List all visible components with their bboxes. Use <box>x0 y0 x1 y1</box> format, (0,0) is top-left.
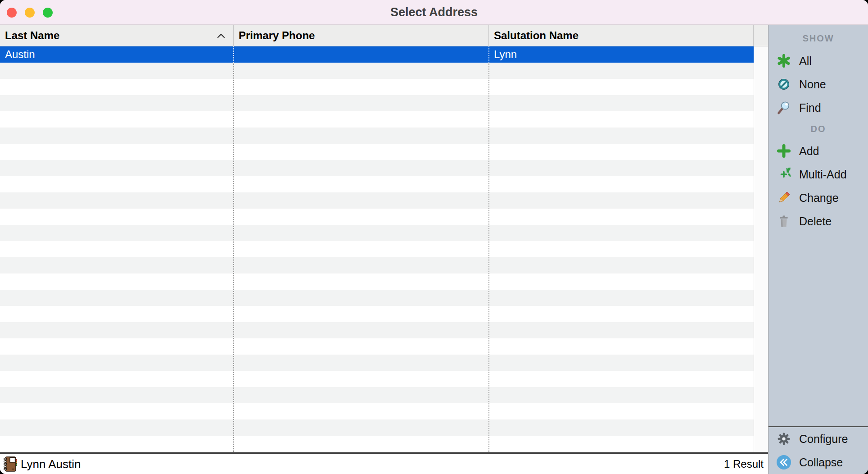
result-count: 1 Result <box>724 458 764 470</box>
column-header-primary-phone[interactable]: Primary Phone <box>234 25 489 46</box>
table-row-empty <box>0 419 754 436</box>
table-row-empty <box>0 322 754 338</box>
sidebar-footer: Configure Collapse <box>769 426 868 474</box>
column-divider-dotted <box>488 46 489 63</box>
plus-icon <box>775 144 793 158</box>
no-sign-icon <box>775 77 793 91</box>
cell-last-name: Austin <box>0 46 234 63</box>
table-header-row: Last Name Primary Phone Salutation Name <box>0 25 768 46</box>
sidebar-item-label: All <box>799 55 812 68</box>
sidebar-item-label: Collapse <box>799 456 843 469</box>
table-row-empty <box>0 355 754 371</box>
table-row-empty <box>0 111 754 128</box>
column-header-salutation-name[interactable]: Salutation Name <box>489 25 754 46</box>
column-header-last-name[interactable]: Last Name <box>0 25 234 46</box>
column-header-label: Last Name <box>5 29 59 42</box>
cell-primary-phone <box>234 46 489 63</box>
minimize-button[interactable] <box>25 8 35 18</box>
zoom-button[interactable] <box>43 8 53 18</box>
table-row-empty <box>0 436 754 452</box>
table-row-empty <box>0 95 754 111</box>
sidebar-item-label: None <box>799 78 826 91</box>
sidebar-item-all[interactable]: All <box>769 49 868 73</box>
column-header-label: Salutation Name <box>494 29 579 42</box>
address-table: Last Name Primary Phone Salutation Name <box>0 25 768 452</box>
address-book-icon <box>4 456 17 472</box>
title-bar: Select Address <box>0 0 868 25</box>
table-row-empty <box>0 273 754 290</box>
section-label-show: SHOW <box>769 31 868 46</box>
table-row-selected[interactable]: Austin Lynn <box>0 46 754 63</box>
column-divider-dotted <box>488 63 489 452</box>
cell-salutation-name: Lynn <box>489 46 754 63</box>
column-header-stub <box>754 25 768 46</box>
asterisk-icon <box>775 54 793 68</box>
traffic-lights <box>7 0 53 25</box>
table-row-empty <box>0 225 754 241</box>
table-row-empty <box>0 306 754 322</box>
circular-arrow-plus-icon <box>775 168 793 181</box>
current-record-name: Lynn Austin <box>21 457 81 471</box>
status-bar: Lynn Austin 1 Result <box>0 454 768 474</box>
table-row-empty <box>0 63 754 79</box>
sidebar-item-add[interactable]: Add <box>769 139 868 163</box>
sidebar-item-collapse[interactable]: Collapse <box>769 451 868 474</box>
window-title: Select Address <box>0 5 868 19</box>
table-row-empty <box>0 371 754 387</box>
table-row-empty <box>0 257 754 273</box>
sidebar-item-multi-add[interactable]: Multi-Add <box>769 163 868 186</box>
table-body: Austin Lynn <box>0 46 768 452</box>
column-header-label: Primary Phone <box>239 29 315 42</box>
sidebar-item-label: Configure <box>799 433 848 446</box>
sort-ascending-icon <box>215 32 227 39</box>
select-address-window: Select Address Last Name Primary Phone <box>0 0 868 474</box>
sidebar-item-label: Change <box>799 191 839 205</box>
action-sidebar: SHOW All <box>768 25 868 474</box>
sidebar-item-delete[interactable]: Delete <box>769 210 868 233</box>
table-row-empty <box>0 403 754 419</box>
sidebar-item-none[interactable]: None <box>769 73 868 96</box>
section-label-do: DO <box>769 122 868 136</box>
sidebar-item-change[interactable]: Change <box>769 186 868 210</box>
table-row-empty <box>0 241 754 257</box>
table-row-empty <box>0 176 754 192</box>
table-row-empty <box>0 209 754 225</box>
pencil-icon <box>775 191 793 205</box>
table-row-empty <box>0 387 754 403</box>
table-row-empty <box>0 338 754 355</box>
table-row-empty <box>0 160 754 176</box>
column-divider-dotted <box>233 63 234 452</box>
sidebar-item-label: Delete <box>799 215 832 228</box>
trash-icon <box>775 214 793 228</box>
table-row-empty <box>0 192 754 209</box>
table-row-empty <box>0 290 754 306</box>
scrollbar-track[interactable] <box>754 46 768 452</box>
sidebar-item-label: Find <box>799 101 821 114</box>
sidebar-item-label: Multi-Add <box>799 168 847 181</box>
table-row-empty <box>0 79 754 95</box>
table-row-empty <box>0 128 754 144</box>
collapse-circle-icon <box>775 455 793 470</box>
gear-icon <box>775 432 793 446</box>
sidebar-item-configure[interactable]: Configure <box>769 427 868 451</box>
sidebar-item-label: Add <box>799 145 819 158</box>
sidebar-item-find[interactable]: Find <box>769 96 868 119</box>
table-row-empty <box>0 144 754 160</box>
close-button[interactable] <box>7 8 17 18</box>
magnifier-icon <box>775 101 793 114</box>
column-divider-dotted <box>233 46 234 63</box>
